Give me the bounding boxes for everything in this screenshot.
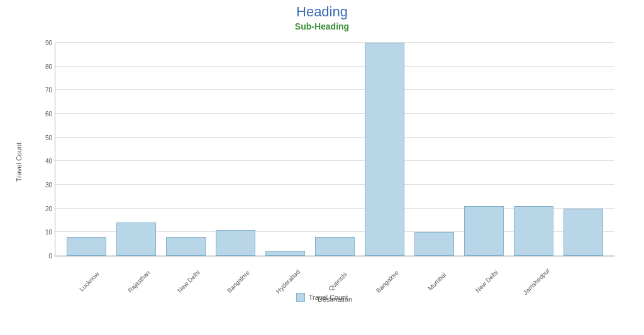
chart-container: Heading Sub-Heading Travel Count 9080706… [0,0,644,335]
y-axis-label: Travel Count [15,143,23,182]
bars-container: LucknowRajasthanNew DelhiBangaloreHydera… [55,43,614,256]
bar-group: Jamshedpur [509,43,558,256]
y-tick-label: 90 [45,40,52,47]
x-tick-label: Jamshedpur [521,267,551,297]
bar [564,209,603,256]
bar-group: Querishi [310,43,360,256]
bar-group: Bangalore [211,43,260,256]
x-tick-label: Hyderabad [274,268,301,295]
y-tick-label: 80 [45,63,52,70]
bar-group: Hyderabad [260,43,310,256]
bar [166,237,206,256]
bar-group [558,43,608,256]
x-tick-label: Rajasthan [126,269,152,294]
x-tick-label: New Delhi [474,269,499,294]
bar [315,237,355,256]
chart-area: Travel Count 9080706050403020100 Lucknow… [23,36,621,288]
bar-group: Rajasthan [111,43,161,256]
chart-title: Heading [296,4,348,20]
x-tick-label: Lucknow [78,270,101,293]
x-tick-label: Bangalore [374,269,399,294]
bar-group: Mumbai [409,43,459,256]
y-tick-label: 10 [45,229,52,236]
y-tick-label: 70 [45,87,52,94]
y-tick-label: 20 [45,205,52,212]
bar-group: Bangalore [360,43,409,256]
legend-color-box [296,293,305,302]
y-tick-label: 40 [45,158,52,165]
bar [216,230,255,256]
bar [464,206,504,256]
bar [414,232,454,256]
bar [116,222,156,256]
x-tick-label: Mumbai [426,271,447,292]
plot-area: 9080706050403020100 LucknowRajasthanNew … [55,43,614,256]
bar-group: Lucknow [62,43,111,256]
bar-group: New Delhi [161,43,211,256]
bar [67,237,106,256]
x-tick-label: Bangalore [225,269,250,294]
bar [365,43,404,256]
x-tick-label: Querishi [326,271,348,292]
y-tick-label: 60 [45,111,52,118]
y-tick-label: 50 [45,134,52,141]
x-axis-title: Destination [318,295,352,303]
y-tick-label: 30 [45,182,52,189]
chart-subtitle: Sub-Heading [295,21,349,31]
bar [265,251,305,256]
bar-group: New Delhi [459,43,509,256]
x-tick-label: New Delhi [175,269,201,294]
bar [514,206,553,256]
y-tick-label: 0 [48,253,52,260]
